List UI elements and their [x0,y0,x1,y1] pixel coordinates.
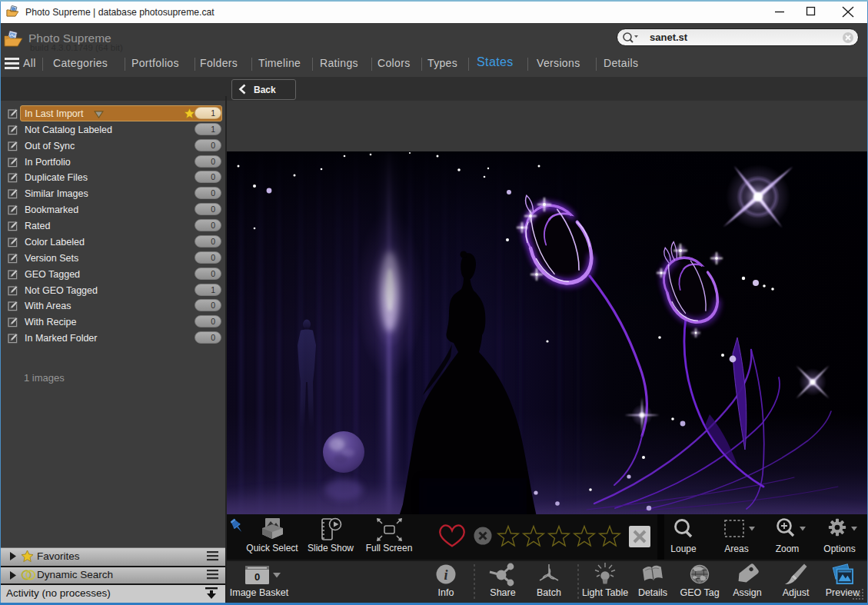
svg-text:0: 0 [254,571,260,583]
svg-text:Areas: Areas [724,544,748,554]
svg-text:Assign: Assign [733,587,762,598]
svg-text:GEO Tag: GEO Tag [680,587,719,598]
svg-text:Batch: Batch [537,587,561,598]
svg-text:Light Table: Light Table [582,587,628,598]
svg-text:Info: Info [438,587,454,598]
svg-text:Full Screen: Full Screen [366,543,413,553]
svg-text:Options: Options [823,544,855,554]
svg-text:Loupe: Loupe [670,544,697,554]
svg-text:Share: Share [490,587,515,598]
svg-text:Adjust: Adjust [783,587,810,598]
svg-text:Slide Show: Slide Show [308,543,354,553]
svg-text:Details: Details [638,587,667,598]
svg-text:Preview: Preview [826,587,860,598]
svg-text:i: i [444,567,447,583]
svg-text:Zoom: Zoom [776,544,800,554]
svg-text:Quick Select: Quick Select [246,543,298,553]
svg-text:Image Basket: Image Basket [230,587,289,598]
